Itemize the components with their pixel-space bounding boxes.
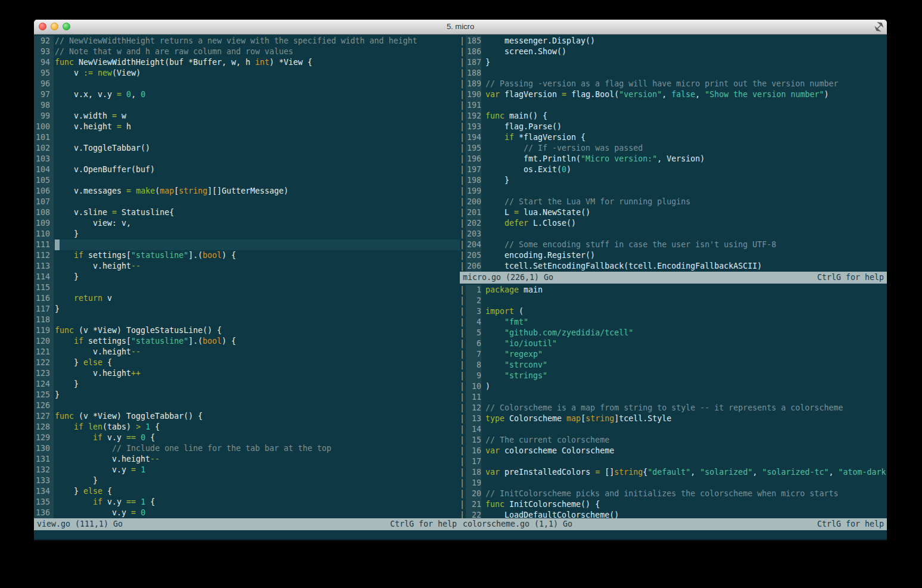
code-text xyxy=(54,132,460,143)
line-number: 115 xyxy=(34,282,54,293)
line-number: 19 xyxy=(466,478,481,489)
code-line: |194 if *flagVersion { xyxy=(460,132,887,143)
line-number: 133 xyxy=(34,475,54,486)
code-line: |193 flag.Parse() xyxy=(460,122,887,132)
line-number: 127 xyxy=(34,411,54,422)
code-line: |5 "github.com/zyedidia/tcell" xyxy=(460,328,887,338)
line-number: 95 xyxy=(34,68,54,79)
code-text: var flagVersion = flag.Bool("version", f… xyxy=(481,89,887,100)
line-number: 204 xyxy=(466,239,481,250)
code-text xyxy=(54,79,460,89)
line-number: 18 xyxy=(466,467,481,478)
code-line: 100 v.height = h xyxy=(34,122,460,132)
code-text: v.x, v.y = 0, 0 xyxy=(54,89,460,100)
code-text xyxy=(481,68,887,79)
code-line: |9 "strings" xyxy=(460,371,887,381)
terminal-bottom-space-left xyxy=(34,530,460,540)
line-number: 196 xyxy=(466,154,481,164)
line-number: 93 xyxy=(34,46,54,57)
code-line: |204 // Some encoding stuff in case the … xyxy=(460,239,887,250)
code-text: ) xyxy=(481,381,887,392)
code-text: v.height-- xyxy=(54,454,460,465)
code-line: 124 } xyxy=(34,379,460,390)
code-text: v.height-- xyxy=(54,347,460,357)
line-number: 125 xyxy=(34,390,54,400)
line-number: 192 xyxy=(466,111,481,122)
line-number: 5 xyxy=(466,328,481,338)
code-text: LoadDefaultColorscheme() xyxy=(481,510,887,518)
code-text: v.y = 0 xyxy=(54,508,460,518)
code-area-micro-go[interactable]: |185 messenger.Display()|186 screen.Show… xyxy=(460,35,887,272)
code-text: } xyxy=(54,304,460,315)
line-number: 100 xyxy=(34,122,54,132)
line-number: 97 xyxy=(34,89,54,100)
split-divider: | xyxy=(460,143,466,154)
resize-icon[interactable] xyxy=(874,22,884,32)
code-line: 114 } xyxy=(34,272,460,282)
code-text: } xyxy=(54,390,460,400)
line-number: 22 xyxy=(466,510,481,518)
code-line: 132 v.y = 1 xyxy=(34,465,460,475)
code-line: |201 L = lua.NewState() xyxy=(460,207,887,218)
split-divider: | xyxy=(460,154,466,164)
code-text: // Include one line for the tab bar at t… xyxy=(54,443,460,454)
code-text: screen.Show() xyxy=(481,46,887,57)
code-line: 104 v.OpenBuffer(buf) xyxy=(34,164,460,175)
code-line: 95 v := new(View) xyxy=(34,68,460,79)
code-text: "github.com/zyedidia/tcell" xyxy=(481,328,887,338)
code-text: "strings" xyxy=(481,371,887,381)
code-text: // If -version was passed xyxy=(481,143,887,154)
code-text: v.y = 1 xyxy=(54,465,460,475)
code-text xyxy=(54,175,460,186)
split-divider: | xyxy=(460,250,466,261)
code-text: var preInstalledColors = []string{"defau… xyxy=(481,467,887,478)
code-line: 119func (v *View) ToggleStatusLine() { xyxy=(34,325,460,336)
code-text: if *flagVersion { xyxy=(481,132,887,143)
code-text: var colorscheme Colorscheme xyxy=(481,446,887,456)
code-line: |2 xyxy=(460,295,887,306)
code-text: } xyxy=(481,175,887,186)
code-line: 134 } else { xyxy=(34,486,460,497)
code-area-colorscheme-go[interactable]: |1package main|2|3import (|4 "fmt"|5 "gi… xyxy=(460,284,887,518)
line-number: 188 xyxy=(466,68,481,79)
terminal-window: 5. micro 92// NewViewWidthHeight returns… xyxy=(34,20,887,540)
code-text xyxy=(54,100,460,111)
code-line: |13type Colorscheme map[string]tcell.Sty… xyxy=(460,413,887,424)
code-text xyxy=(481,424,887,435)
code-text: if v.y == 1 { xyxy=(54,497,460,508)
code-text: package main xyxy=(481,285,887,295)
line-number: 101 xyxy=(34,132,54,143)
line-number: 122 xyxy=(34,357,54,368)
code-line: 127func (v *View) ToggleTabbar() { xyxy=(34,411,460,422)
code-text: "io/ioutil" xyxy=(481,338,887,349)
code-text: v := new(View) xyxy=(54,68,460,79)
code-line: 109 view: v, xyxy=(34,218,460,229)
code-area-view-go[interactable]: 92// NewViewWidthHeight returns a new vi… xyxy=(34,35,460,518)
split-divider: | xyxy=(460,489,466,499)
split-divider: | xyxy=(460,306,466,317)
split-divider: | xyxy=(460,57,466,68)
line-number: 3 xyxy=(466,306,481,317)
code-line: |22 LoadDefaultColorscheme() xyxy=(460,510,887,518)
line-number: 107 xyxy=(34,197,54,207)
statusbar-help-hint: CtrlG for help xyxy=(390,518,457,530)
code-text xyxy=(54,315,460,325)
title-bar[interactable]: 5. micro xyxy=(34,20,887,35)
statusbar-colorscheme-go: colorscheme.go (1,1) Go CtrlG for help xyxy=(460,518,887,530)
code-line: 136 v.y = 0 xyxy=(34,508,460,518)
line-number: 15 xyxy=(466,435,481,446)
code-line: |189// Passing -version as a flag will h… xyxy=(460,79,887,89)
code-line: |10) xyxy=(460,381,887,392)
split-divider: | xyxy=(460,295,466,306)
code-line: |191 xyxy=(460,100,887,111)
line-number: 129 xyxy=(34,433,54,443)
line-number: 123 xyxy=(34,368,54,379)
code-line: |200 // Start the Lua VM for running plu… xyxy=(460,197,887,207)
split-divider: | xyxy=(460,510,466,518)
code-line: 115 xyxy=(34,282,460,293)
split-divider: | xyxy=(460,456,466,467)
code-line: 111 xyxy=(34,239,460,250)
code-line: 103 xyxy=(34,154,460,164)
code-line: |196 fmt.Println("Micro version:", Versi… xyxy=(460,154,887,164)
code-text: v.sline = Statusline{ xyxy=(54,207,460,218)
